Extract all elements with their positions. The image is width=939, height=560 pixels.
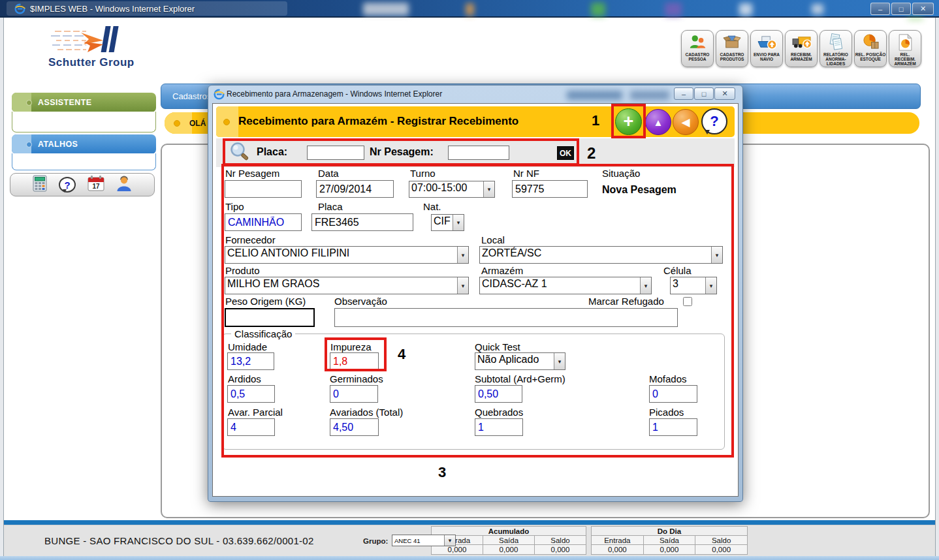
annotation-box-2 (223, 138, 579, 166)
blurred-item (630, 91, 669, 100)
ship-upload-icon (757, 33, 777, 52)
window-title: $IMPLES WEB - Windows Internet Explorer (30, 4, 195, 14)
blurred-item (466, 3, 474, 16)
screen: $IMPLES WEB - Windows Internet Explorer … (0, 0, 939, 560)
toolbar-relatorio-anormalidades[interactable]: RELATÓRIO ANORMA- LIDADES (820, 30, 852, 67)
toolbar-envio-para-navio[interactable]: ENVIO PARA NAVIO (750, 30, 783, 67)
annotation-number-3: 3 (438, 464, 446, 481)
sidebar-atalhos-label: ATALHOS (38, 140, 78, 149)
toolbar-label: CADASTRO PESSOA (682, 52, 713, 61)
annotation-number-1: 1 (592, 112, 599, 129)
cell-value: 0,000 (535, 545, 586, 555)
toolbar-label: RELATÓRIO ANORMA- LIDADES (820, 52, 851, 66)
form-title: Recebimento para Armazém - Registrar Rec… (238, 115, 518, 128)
help-icon[interactable]: ? (59, 177, 76, 193)
toolbar-recebim-armazem[interactable]: RECEBIM. ARMAZÉM (785, 30, 818, 67)
annotation-number-4: 4 (398, 346, 406, 363)
maximize-button[interactable]: □ (891, 3, 911, 15)
svg-text:17: 17 (92, 183, 100, 190)
modal-close-button[interactable]: ✕ (714, 87, 735, 100)
minimize-button[interactable]: – (870, 3, 890, 15)
help-button[interactable]: ? (701, 108, 727, 134)
user-icon[interactable] (116, 175, 132, 194)
blurred-item (567, 91, 622, 100)
window-frame-left (0, 18, 4, 560)
truck-upload-icon (791, 33, 812, 52)
blurred-item (908, 18, 923, 20)
annotation-box-1 (611, 104, 646, 138)
grupo-value: ANEC 41 (392, 535, 444, 546)
col-header: Saldo (535, 536, 586, 545)
col-header: Saída (483, 536, 535, 545)
toolbar-label: REL. POSIÇÃO ESTOQUE (855, 52, 886, 61)
calendar-icon[interactable]: 17 (88, 175, 104, 194)
nav-tab-cadastros[interactable]: Cadastros (172, 91, 211, 101)
chevron-dot-icon (174, 120, 180, 127)
grupo-label: Grupo: (363, 537, 388, 545)
col-header: Saldo (695, 536, 748, 545)
ie-icon (214, 89, 225, 100)
modal-title: Recebimento para Armazenagem - Windows I… (227, 89, 442, 99)
do-dia-table: Do Dia Entrada Saída Saldo 0,000 0,000 0… (591, 526, 748, 555)
logo-text: Schutter Group (48, 56, 135, 69)
company-identifier: BUNGE - SAO FRANCISCO DO SUL - 03.639.66… (44, 535, 314, 546)
taskbar-strip (0, 556, 939, 560)
blurred-item (591, 3, 605, 16)
back-button[interactable]: ◀ (673, 109, 699, 135)
annotation-number-2: 2 (587, 144, 596, 163)
ie-icon (14, 3, 25, 14)
modal-maximize-button[interactable]: □ (694, 87, 714, 100)
cell-value: 0,000 (643, 545, 695, 555)
annotation-box-4 (325, 337, 387, 371)
calculator-icon[interactable] (33, 175, 47, 194)
toolbar-label: RECEBIM. ARMAZÉM (786, 52, 817, 61)
toolbar-label: REL. RECEBIM. ARMAZÉM (889, 52, 921, 66)
up-button[interactable]: ▲ (645, 109, 671, 135)
toolbar-rel-recebim-armazem[interactable]: REL. RECEBIM. ARMAZÉM (889, 30, 921, 67)
sidebar-item-atalhos[interactable]: ATALHOS (12, 134, 156, 154)
toolbar-label: CADASTRO PRODUTOS (716, 52, 748, 61)
cell-value: 0,000 (592, 545, 644, 555)
documents-icon (827, 33, 846, 52)
cell-value: 0,000 (483, 545, 535, 555)
toolbar-label: ENVIO PARA NAVIO (751, 52, 782, 61)
sidebar-item-assistente[interactable]: ASSISTENTE (12, 93, 156, 112)
chevron-dot-icon (223, 119, 230, 125)
footer-divider (4, 520, 935, 525)
chevron-dot-icon (26, 100, 32, 106)
people-icon (688, 33, 707, 52)
assistente-panel (12, 112, 156, 132)
annotation-box-3 (221, 164, 734, 458)
products-box-icon (723, 33, 741, 52)
col-header: Entrada (592, 536, 644, 545)
col-header: Saída (643, 536, 695, 545)
blurred-item (363, 3, 409, 16)
table-title: Do Dia (592, 527, 748, 536)
pie-box-icon (861, 33, 880, 52)
cell-value: 0,000 (695, 545, 748, 555)
toolbar-cadastro-produtos[interactable]: CADASTRO PRODUTOS (716, 30, 748, 67)
toolbar-rel-posicao-estoque[interactable]: REL. POSIÇÃO ESTOQUE (854, 30, 887, 67)
atalhos-panel (12, 153, 156, 170)
close-button[interactable]: ✕ (912, 3, 934, 15)
toolbar-cadastro-pessoa[interactable]: CADASTRO PESSOA (681, 30, 714, 67)
blurred-item (812, 4, 823, 14)
chevron-down-icon: ▾ (444, 535, 455, 546)
window-frame-right (935, 18, 939, 560)
sidebar-tray: ? 17 (10, 173, 155, 196)
blurred-item (665, 3, 682, 16)
grupo-select[interactable]: ANEC 41 ▾ (392, 535, 456, 546)
pie-document-icon (897, 33, 914, 52)
blurred-item (739, 3, 752, 16)
sidebar-assistente-label: ASSISTENTE (38, 98, 92, 107)
chevron-dot-icon (26, 142, 32, 148)
modal-minimize-button[interactable]: – (674, 87, 693, 100)
